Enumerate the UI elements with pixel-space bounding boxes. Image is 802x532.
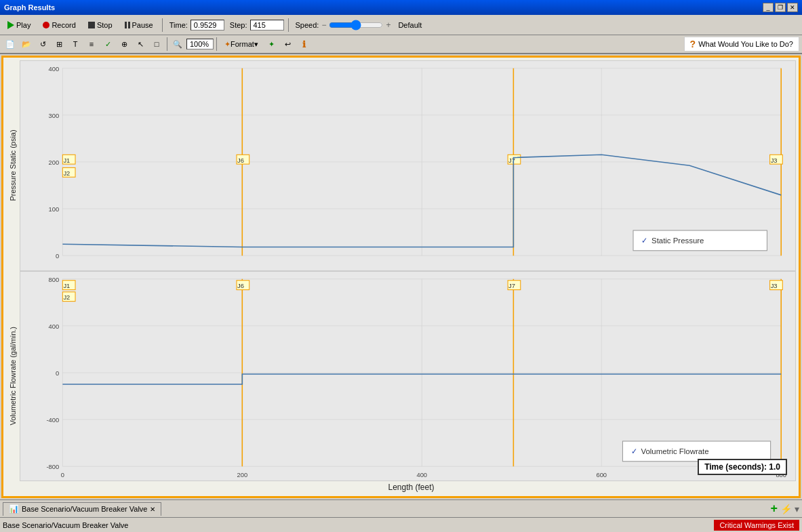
charts-container: Pressure Static (psia) (3, 58, 799, 496)
help-icon: ? (690, 39, 696, 49)
y-label-0: 0 (56, 252, 59, 260)
format-label: Format (230, 40, 254, 48)
tab-item[interactable]: 📊 Base Scenario/Vacuum Breaker Valve ✕ (3, 502, 161, 516)
help-box[interactable]: ? What Would You Like to Do? (684, 37, 799, 52)
x-axis-label: Length (feet) (26, 481, 796, 493)
stop-icon (88, 22, 95, 28)
y-label-300: 300 (49, 112, 60, 119)
separator4 (216, 37, 217, 51)
flowrate-chart-wrapper: Volumetric Flowrate (gal/min.) (6, 271, 796, 482)
flowrate-chart-svg: 800 400 0 -400 -800 J1 J2 (20, 272, 795, 481)
critical-warnings-badge: Critical Warnings Exist (714, 520, 799, 531)
play-label: Play (16, 21, 31, 29)
check-button[interactable]: ✓ (100, 37, 115, 52)
pause-label: Pause (132, 21, 153, 29)
refresh-button[interactable]: ↺ (35, 37, 50, 52)
y-label-200: 200 (49, 159, 60, 166)
marker2-j7-label: J7 (508, 282, 515, 289)
separator2 (288, 18, 289, 32)
square-button[interactable]: □ (149, 37, 164, 52)
tab-menu-button[interactable]: ▾ (795, 504, 799, 514)
marker-j3-label: J3 (771, 157, 778, 164)
record-button[interactable]: Record (38, 18, 80, 33)
format-dropdown-icon: ▾ (254, 40, 258, 49)
marker2-j3-label: J3 (771, 282, 778, 289)
y2-label-400: 400 (49, 322, 60, 329)
stop-label: Stop (97, 21, 113, 29)
marker2-j6-label: J6 (237, 282, 244, 289)
pressure-legend-text: Static Pressure (651, 237, 704, 245)
tab-close-button[interactable]: ✕ (150, 506, 155, 513)
record-label: Record (52, 21, 75, 29)
lightning-icon: ⚡ (780, 504, 792, 514)
flowrate-chart-area: 800 400 0 -400 -800 J1 J2 (20, 271, 796, 482)
separator3 (167, 37, 167, 51)
x-axis-area: Length (feet) (6, 481, 796, 493)
title-bar-buttons: _ ❐ ✕ (763, 3, 798, 12)
main-chart-area: Pressure Static (psia) (1, 56, 801, 498)
y2-label-0: 0 (56, 369, 59, 377)
marker2-j1-label: J1 (63, 282, 70, 289)
pause-icon (125, 22, 130, 28)
tab-label: Base Scenario/Vacuum Breaker Valve (22, 505, 147, 513)
undo-button[interactable]: ↩ (281, 37, 296, 52)
pressure-y-label: Pressure Static (psia) (6, 60, 20, 271)
flowrate-legend-check: ✓ (631, 447, 638, 455)
time-label: Time: (169, 21, 188, 29)
stop-button[interactable]: Stop (83, 18, 117, 33)
table-button[interactable]: ⊞ (52, 37, 66, 52)
info-button[interactable]: ℹ (297, 37, 312, 52)
restore-button[interactable]: ❐ (775, 3, 786, 12)
format-button[interactable]: ✦ Format ▾ (220, 37, 263, 52)
x-tick-200: 200 (237, 471, 248, 478)
title-bar: Graph Results _ ❐ ✕ (0, 0, 802, 15)
add-icon-button[interactable]: ✦ (264, 37, 279, 52)
status-text: Base Scenario/Vacuum Breaker Valve (3, 521, 714, 529)
y2-label-800: 800 (49, 275, 60, 283)
speed-label: Speed: (296, 21, 319, 29)
y-label-400: 400 (49, 65, 60, 73)
list-button[interactable]: ≡ (84, 37, 99, 52)
y2-label-neg400: -400 (46, 416, 59, 424)
main-window: Graph Results _ ❐ ✕ Play Record Stop Pau… (0, 0, 802, 532)
default-label: Default (398, 21, 422, 29)
time-display: Time (seconds): 1.0 (698, 459, 787, 475)
pressure-chart-area: 400 300 200 100 0 J1 (20, 60, 796, 271)
y-label-100: 100 (49, 205, 60, 213)
x-tick-600: 600 (596, 471, 607, 478)
status-bar: Base Scenario/Vacuum Breaker Valve Criti… (0, 517, 802, 532)
minimize-button[interactable]: _ (763, 3, 774, 12)
add-tab-button[interactable]: + (770, 502, 778, 516)
close-button[interactable]: ✕ (787, 3, 798, 12)
speed-minus-icon: − (321, 20, 326, 30)
help-text: What Would You Like to Do? (698, 40, 793, 48)
open-button[interactable]: 📂 (19, 37, 34, 52)
pressure-chart-wrapper: Pressure Static (psia) (6, 60, 796, 271)
step-value: 415 (250, 20, 284, 30)
new-button[interactable]: 📄 (3, 37, 18, 52)
toolbar1: Play Record Stop Pause Time: 0.9529 Step… (0, 15, 802, 35)
format-icon: ✦ (224, 40, 230, 49)
pressure-chart-svg: 400 300 200 100 0 J1 (20, 61, 795, 270)
zoom-in-button[interactable]: 🔍 (170, 37, 185, 52)
marker-j2-label: J2 (63, 169, 70, 177)
pause-button[interactable]: Pause (120, 18, 158, 33)
pressure-legend-check: ✓ (641, 237, 648, 245)
pointer-button[interactable]: ↖ (133, 37, 148, 52)
text-button[interactable]: T (68, 37, 83, 52)
x-tick-0: 0 (61, 471, 64, 478)
speed-slider[interactable] (329, 20, 383, 30)
marker-j1-label: J1 (63, 157, 70, 164)
play-icon (7, 21, 14, 29)
crosshair-button[interactable]: ⊕ (117, 37, 132, 52)
bottom-bar: 📊 Base Scenario/Vacuum Breaker Valve ✕ +… (0, 499, 802, 517)
play-button[interactable]: Play (3, 18, 35, 33)
marker2-j2-label: J2 (63, 293, 70, 301)
time-value: 0.9529 (191, 20, 224, 30)
zoom-value: 100% (186, 39, 214, 49)
x-tick-400: 400 (416, 471, 427, 478)
window-title: Graph Results (4, 3, 55, 12)
flowrate-y-label: Volumetric Flowrate (gal/min.) (6, 271, 20, 482)
default-button[interactable]: Default (393, 18, 426, 33)
tab-icon: 📊 (9, 504, 19, 514)
